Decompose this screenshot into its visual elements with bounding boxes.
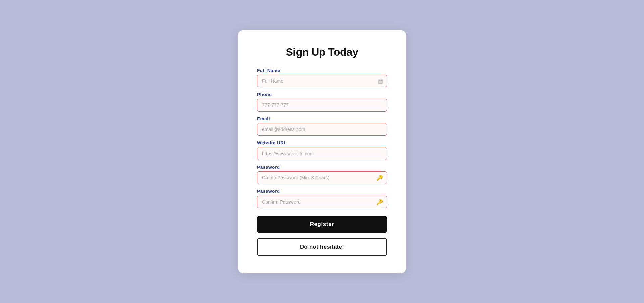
full-name-input-wrapper: ▦ [257, 75, 387, 87]
website-url-input-wrapper [257, 147, 387, 160]
email-group: Email [257, 116, 387, 136]
confirm-password-label: Password [257, 189, 387, 194]
full-name-input[interactable] [257, 75, 387, 87]
form-title: Sign Up Today [257, 46, 387, 58]
phone-group: Phone [257, 92, 387, 112]
register-button[interactable]: Register [257, 216, 387, 233]
password-input[interactable] [257, 171, 387, 184]
email-input-wrapper [257, 123, 387, 136]
confirm-password-group: Password 🔑 [257, 189, 387, 208]
phone-label: Phone [257, 92, 387, 97]
phone-input-wrapper [257, 99, 387, 112]
email-input[interactable] [257, 123, 387, 136]
website-url-input[interactable] [257, 147, 387, 160]
signup-card: Sign Up Today Full Name ▦ Phone Email We… [238, 30, 406, 273]
full-name-label: Full Name [257, 68, 387, 73]
full-name-group: Full Name ▦ [257, 68, 387, 87]
confirm-password-input[interactable] [257, 196, 387, 208]
password-input-wrapper: 🔑 [257, 171, 387, 184]
website-url-group: Website URL [257, 140, 387, 160]
email-label: Email [257, 116, 387, 121]
secondary-button[interactable]: Do not hesitate! [257, 238, 387, 256]
confirm-password-input-wrapper: 🔑 [257, 196, 387, 208]
password-group: Password 🔑 [257, 165, 387, 184]
password-label: Password [257, 165, 387, 170]
website-url-label: Website URL [257, 140, 387, 145]
phone-input[interactable] [257, 99, 387, 112]
